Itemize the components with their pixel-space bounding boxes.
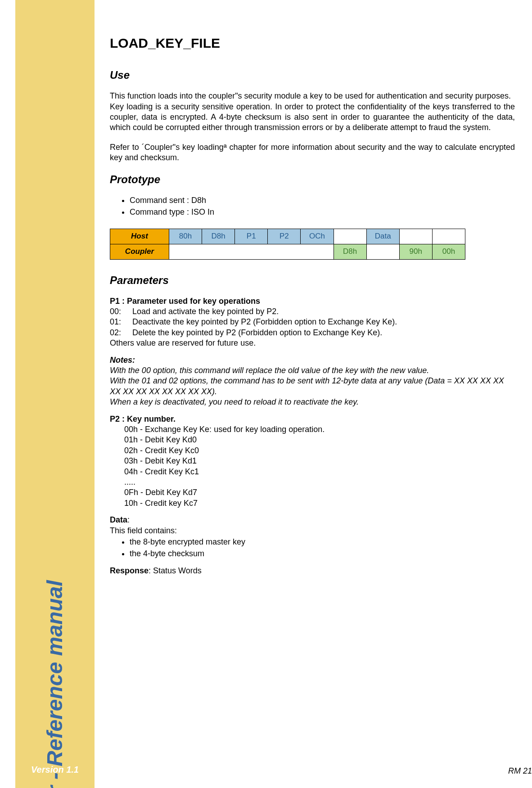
coupler-c7 bbox=[366, 244, 399, 259]
prototype-table: Host 80h D8h P1 P2 OCh Data Coupler D8h … bbox=[110, 229, 465, 260]
p1-01: 01:Deactivate the key pointed by P2 (For… bbox=[110, 317, 515, 327]
use-paragraph-1: This function loads into the coupler"s s… bbox=[110, 91, 515, 101]
notes-block: Notes: With the 00 option, this command … bbox=[110, 355, 515, 408]
p1-02: 02:Delete the key pointed by P2 (Forbidd… bbox=[110, 328, 515, 338]
prototype-bullet-2: Command type : ISO In bbox=[130, 207, 515, 217]
p2-l8: 10h - Credit key Kc7 bbox=[124, 498, 515, 509]
prototype-bullets: Command sent : D8h Command type : ISO In bbox=[130, 195, 515, 218]
version-label: Version 1.1 bbox=[31, 764, 79, 775]
p2-l7: 0Fh - Debit Key Kd7 bbox=[124, 487, 515, 498]
p2-l5: 04h - Credit Key Kc1 bbox=[124, 467, 515, 477]
notes-3: When a key is deactivated, you need to r… bbox=[110, 397, 515, 407]
notes-label: Notes: bbox=[110, 355, 515, 365]
prototype-row-coupler: Coupler D8h 90h 00h bbox=[110, 244, 465, 259]
coupler-c9: 00h bbox=[432, 244, 465, 259]
response-line: Response: Status Words bbox=[110, 566, 515, 576]
prototype-coupler-label: Coupler bbox=[110, 244, 169, 259]
p2-title: P2 : Key number. bbox=[110, 414, 515, 424]
p2-list: 00h - Exchange Key Ke: used for key load… bbox=[124, 424, 515, 509]
response-title: Response bbox=[110, 566, 149, 575]
p2-l2: 01h - Debit Key Kd0 bbox=[124, 435, 515, 445]
p2-l1: 00h - Exchange Key Ke: used for key load… bbox=[124, 424, 515, 435]
data-bullet-1: the 8-byte encrypted master key bbox=[130, 537, 515, 547]
host-c7: Data bbox=[366, 229, 399, 244]
page-footer-number: RM 21 bbox=[508, 766, 532, 776]
p2-l3: 02h - Credit Key Kc0 bbox=[124, 446, 515, 456]
data-bullet-2: the 4-byte checksum bbox=[130, 549, 515, 559]
use-paragraph-3: Refer to ´Coupler"s key loadingª chapter… bbox=[110, 142, 515, 163]
notes-1: With the 00 option, this command will re… bbox=[110, 365, 515, 376]
p1-title: P1 : Parameter used for key operations bbox=[110, 296, 515, 306]
prototype-bullet-1: Command sent : D8h bbox=[130, 195, 515, 206]
prototype-host-label: Host bbox=[110, 229, 169, 244]
host-c8 bbox=[399, 229, 432, 244]
coupler-empty bbox=[169, 244, 334, 259]
data-intro: This field contains: bbox=[110, 526, 515, 536]
prototype-row-host: Host 80h D8h P1 P2 OCh Data bbox=[110, 229, 465, 244]
section-heading-prototype: Prototype bbox=[110, 172, 515, 186]
data-title: Data bbox=[110, 515, 127, 524]
section-heading-use: Use bbox=[110, 68, 515, 82]
page-title: LOAD_KEY_FILE bbox=[110, 34, 515, 52]
host-c3: P1 bbox=[235, 229, 268, 244]
host-c5: OCh bbox=[301, 229, 334, 244]
coupler-c8: 90h bbox=[399, 244, 432, 259]
data-bullets: the 8-byte encrypted master key the 4-by… bbox=[130, 537, 515, 559]
use-paragraph-2: Key loading is a security sensitive oper… bbox=[110, 102, 515, 133]
p2-l6: ..... bbox=[124, 477, 515, 487]
p2-l4: 03h - Debit Key Kd1 bbox=[124, 456, 515, 466]
document-title-vertical: Coupler - Reference manual bbox=[41, 580, 69, 788]
host-c2: D8h bbox=[202, 229, 235, 244]
section-heading-parameters: Parameters bbox=[110, 273, 515, 287]
data-block: Data: bbox=[110, 515, 515, 525]
host-c4: P2 bbox=[268, 229, 301, 244]
p1-00: 00:Load and activate the key pointed by … bbox=[110, 306, 515, 317]
p1-others: Others value are reserved for future use… bbox=[110, 338, 515, 348]
page-content: LOAD_KEY_FILE Use This function loads in… bbox=[110, 34, 515, 576]
sidebar: Coupler - Reference manual Version 1.1 bbox=[15, 0, 95, 788]
notes-2: With the 01 and 02 options, the command … bbox=[110, 376, 515, 397]
host-c6 bbox=[334, 229, 366, 244]
host-c1: 80h bbox=[169, 229, 202, 244]
host-c9 bbox=[432, 229, 465, 244]
coupler-c6: D8h bbox=[334, 244, 366, 259]
